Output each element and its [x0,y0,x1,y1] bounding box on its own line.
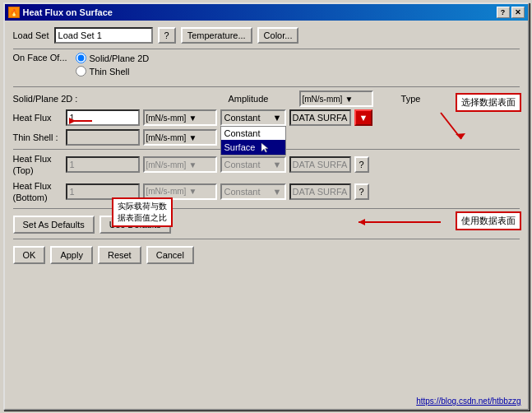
temperature-button[interactable]: Temperature... [181,27,252,44]
hft-unit-arrow: ▼ [188,160,197,169]
type-select-arrow: ▼ [273,113,282,123]
action-buttons-row: OK Apply Reset Cancel [13,246,520,264]
solid-plane-label: Solid/Plane 2D : [13,94,104,104]
heat-flux-top-label: Heat Flux(Top) [13,153,62,177]
heat-flux-unit-arrow: ▼ [188,114,197,123]
content-area: Load Set ? Temperature... Color... On Fa… [5,21,528,276]
cursor-icon [260,142,270,153]
heat-flux-bottom-label: Heat Flux(Bottom) [13,180,62,204]
on-face-of-label: On Face Of... [13,53,71,63]
type-select-wrapper: Constant ▼ Constant Surface [220,109,286,126]
window-title: Heat Flux on Surface [23,7,113,17]
load-set-row: Load Set ? Temperature... Color... [13,27,520,44]
heat-flux-unit[interactable]: [mN/s-mm] ▼ [143,109,217,126]
divider-4 [13,208,520,209]
type-select[interactable]: Constant ▼ [220,109,286,126]
title-bar: 🔥 Heat Flux on Surface ? ✕ [5,4,528,21]
reset-button[interactable]: Reset [98,246,141,264]
thin-shell-unit-arrow: ▼ [188,133,197,142]
heat-flux-top-type[interactable]: Constant ▼ [220,156,286,173]
hfb-unit-arrow: ▼ [188,187,197,196]
heat-flux-top-row: Heat Flux(Top) [mN/s-mm] ▼ Constant ▼ DA… [13,153,520,177]
load-set-label: Load Set [13,30,49,40]
defaults-row: Set As Defaults Use Defaults [13,216,520,234]
type-dropdown: Constant Surface [220,126,286,155]
color-button[interactable]: Color... [257,27,299,44]
annotation-select-data-surface: 选择数据表面 [456,93,521,112]
heat-flux-bottom-data-surface[interactable]: DATA SURFA [289,183,351,200]
data-surface-question-button[interactable]: ▼ [354,109,373,126]
hfb-type-arrow: ▼ [273,187,282,197]
url-text: https://blog.csdn.net/htbbzzg [416,397,520,406]
ok-button[interactable]: OK [13,246,46,264]
apply-button[interactable]: Apply [50,246,93,264]
set-as-defaults-button[interactable]: Set As Defaults [13,216,95,234]
radio-group: Solid/Plane 2D Thin Shell [76,53,150,77]
hfb-question-button[interactable]: ? [354,183,369,200]
heat-flux-top-input[interactable] [66,156,140,173]
svg-marker-1 [69,118,76,124]
red-arrow-input [69,116,94,128]
hft-type-arrow: ▼ [273,160,282,169]
amplitude-header: Amplitude [229,94,294,104]
title-bar-left: 🔥 Heat Flux on Surface [8,7,113,18]
heat-flux-top-unit[interactable]: [mN/s-mm] ▼ [143,156,217,173]
load-set-input[interactable] [54,27,153,44]
divider-2 [13,86,520,87]
cancel-button[interactable]: Cancel [146,246,194,264]
heat-flux-row: Heat Flux [mN/s-mm] ▼ Constant ▼ [13,109,520,126]
dropdown-item-surface[interactable]: Surface [221,140,285,155]
solid-plane-header-row: Solid/Plane 2D : Amplitude [mN/s-mm] ▼ T… [13,90,520,107]
heat-flux-top-data-surface[interactable]: DATA SURFA [289,156,351,173]
annotation-thin-shell-ratio: 实际载荷与数据表面值之比 [112,197,173,227]
heat-flux-bottom-type[interactable]: Constant ▼ [220,183,286,200]
main-window: 🔥 Heat Flux on Surface ? ✕ Load Set ? Te… [3,2,530,411]
hft-question-button[interactable]: ? [354,156,369,173]
close-title-button[interactable]: ✕ [511,7,525,18]
radio-solid-label: Solid/Plane 2D [90,53,150,63]
dropdown-item-constant[interactable]: Constant [221,127,285,140]
annotation-use-data-surface: 使用数据表面 [456,211,521,230]
radio-thin-shell-input[interactable] [76,66,86,77]
title-bar-buttons: ? ✕ [497,7,525,18]
on-face-of-row: On Face Of... Solid/Plane 2D Thin Shell [13,53,520,81]
amplitude-unit[interactable]: [mN/s-mm] ▼ [299,90,373,107]
data-surface-value[interactable]: DATA SURFA [289,109,351,126]
thin-shell-input[interactable] [66,129,140,146]
divider-5 [13,239,520,239]
thin-shell-label: Thin Shell : [13,132,62,142]
window-icon: 🔥 [8,7,20,18]
radio-solid: Solid/Plane 2D [76,53,150,63]
load-set-question-button[interactable]: ? [158,27,176,44]
heat-flux-label: Heat Flux [13,109,62,126]
thin-shell-unit[interactable]: [mN/s-mm] ▼ [143,129,217,146]
radio-solid-input[interactable] [76,53,86,63]
type-header: Type [386,94,436,104]
help-title-button[interactable]: ? [497,7,510,18]
heat-flux-bottom-row: Heat Flux(Bottom) [mN/s-mm] ▼ Constant ▼… [13,180,520,204]
radio-thin-shell: Thin Shell [76,66,150,77]
radio-thin-shell-label: Thin Shell [90,67,130,77]
divider-1 [13,49,520,49]
amplitude-unit-arrow: ▼ [345,95,353,104]
